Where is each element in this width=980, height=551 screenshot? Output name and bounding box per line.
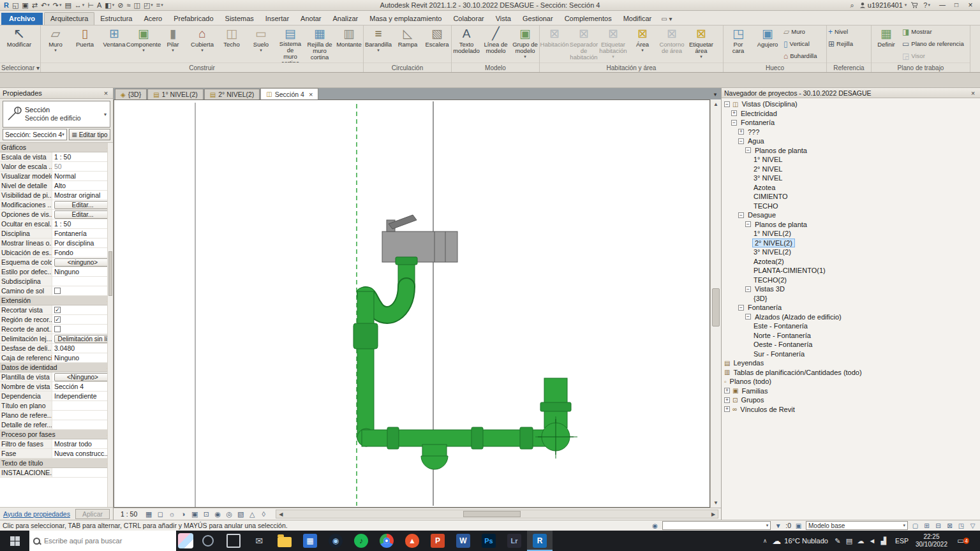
expand-collapse-box[interactable]: − (745, 221, 751, 227)
tree-item[interactable]: 2° NIVEL (722, 165, 980, 174)
tag-room-button[interactable]: ⊠Etiquetar habitación▾ (598, 26, 628, 62)
tree-item[interactable]: TECHO(2) (722, 276, 980, 285)
select-links-icon[interactable]: ⊟ (933, 522, 943, 529)
property-row[interactable]: Recorte de anot... ▲ (0, 325, 113, 334)
wall-button[interactable]: ▱Muro▾ (41, 26, 70, 62)
scrollbar-thumb[interactable] (463, 511, 521, 517)
scrollbar-thumb[interactable] (712, 288, 720, 327)
modify-selection-dropdown[interactable]: ▭ ▾ (661, 15, 672, 25)
property-row[interactable]: Visibilidad de pi... Mostrar original ▲ (0, 191, 113, 200)
cortana-icon[interactable] (195, 531, 221, 551)
property-row[interactable]: Filtro de fases Mostrar todo ▲ (0, 439, 113, 449)
print-icon[interactable]: ▤ (63, 1, 72, 10)
tree-item[interactable]: − Planos de planta (722, 220, 980, 230)
thin-lines-icon[interactable]: ≈ (125, 1, 131, 10)
property-row[interactable]: Región de recor... ▲ (0, 315, 113, 325)
property-row[interactable]: Visualizar modelo Normal ▲ (0, 172, 113, 181)
weather-widget[interactable]: ☁ 16°C Nublado (772, 536, 828, 546)
property-row[interactable]: Esquema de color <ninguno> ▲ (0, 258, 113, 267)
ribbon-tab[interactable]: Archivo (1, 13, 43, 25)
property-row[interactable]: Ocultar en escal... 1 : 50 ▲ (0, 219, 113, 229)
temporary-hide-isolate-icon[interactable]: ◉ (212, 510, 223, 519)
component-button[interactable]: ▣Componente▾ (129, 26, 158, 62)
checkbox[interactable] (54, 316, 61, 323)
tree-item[interactable]: − Agua (722, 136, 980, 146)
press-drag-icon[interactable]: ⊞ (922, 522, 932, 529)
ribbon-tab[interactable]: Complementos (559, 13, 618, 25)
tree-item[interactable]: 1° NIVEL(2) (722, 229, 980, 239)
property-row[interactable]: Texto de título ▲ (0, 459, 113, 468)
roof-button[interactable]: ⌂Cubierta▾ (188, 26, 217, 62)
ribbon-tab[interactable]: Prefabricado (168, 13, 219, 25)
tree-item[interactable]: + Electricidad (722, 109, 980, 119)
tree-item[interactable]: − Fontanería (722, 303, 980, 312)
checkbox[interactable] (54, 307, 61, 313)
model-group-button[interactable]: ▣Grupo de modelo▾ (510, 26, 539, 62)
tree-item[interactable]: − Vistas 3D (722, 284, 980, 294)
property-row[interactable]: Fase Nueva construcc... ▲ (0, 449, 113, 459)
photos-icon[interactable]: ▦ (297, 531, 323, 551)
property-row[interactable]: Disciplina Fontanería ▲ (0, 229, 113, 239)
property-row[interactable]: Valor de escala ... 50 ▲ (0, 162, 113, 172)
wall-opening-button[interactable]: ▱Muro (782, 26, 820, 38)
undo-icon[interactable]: ↶ ▾ (40, 1, 51, 10)
room-button[interactable]: ⊠Habitación (540, 26, 569, 62)
type-selector[interactable]: Sección Sección de edificio ▾ (3, 101, 110, 128)
hidden-icons-chevron[interactable]: ∧ (763, 538, 768, 544)
redo-icon[interactable]: ↷ ▾ (52, 1, 63, 10)
onedrive-icon[interactable]: ☁ (856, 537, 865, 545)
cart-icon[interactable] (910, 2, 918, 8)
property-row[interactable]: Camino de sol ▲ (0, 286, 113, 296)
expand-collapse-box[interactable]: − (745, 314, 751, 320)
minimize-button[interactable]: — (935, 1, 949, 10)
property-row[interactable]: Detalle de refer... ▲ (0, 420, 113, 430)
tree-item[interactable]: Norte - Fontanería (722, 331, 980, 341)
news-widget[interactable] (176, 531, 195, 551)
apply-button[interactable]: Aplicar (75, 509, 110, 519)
property-row[interactable]: Ubicación de es... Fondo ▲ (0, 248, 113, 258)
scroll-down-icon[interactable]: ▼ (713, 498, 718, 508)
window-button[interactable]: ⊞Ventana (100, 26, 129, 62)
instance-selector[interactable]: Sección: Sección 4 ▾ (3, 129, 67, 140)
tree-item[interactable]: − Fontanería (722, 118, 980, 128)
view-tab-list-icon[interactable]: ▾ (709, 91, 721, 99)
tree-item[interactable]: Este - Fontanería (722, 321, 980, 331)
mullion-button[interactable]: ▥Montante (334, 26, 363, 62)
exclude-options-icon[interactable]: ▼ (773, 522, 783, 529)
ribbon-tab[interactable]: Anotar (295, 13, 327, 25)
property-row[interactable]: Recortar vista ▲ (0, 305, 113, 315)
property-row[interactable]: Desfase de deli... 3.0480 ▲ (0, 344, 113, 353)
model-line-button[interactable]: ╱Línea de modelo (481, 26, 510, 62)
property-row[interactable]: INSTALACIONE... ▲ (0, 468, 113, 478)
ribbon-tab[interactable]: Sistemas (219, 13, 260, 25)
view-tab[interactable]: ▤ 2° NIVEL(2) (204, 89, 260, 99)
revit-logo-icon[interactable]: R (3, 1, 10, 10)
reveal-hidden-elements-icon[interactable]: ◎ (224, 510, 234, 519)
powerpoint-icon[interactable]: P (425, 531, 450, 551)
tree-item[interactable]: ▫ Planos (todo) (722, 377, 980, 386)
property-row[interactable]: Mostrar líneas o... Por disciplina ▲ (0, 239, 113, 248)
expand-collapse-box[interactable]: − (738, 138, 744, 144)
vertical-scrollbar[interactable]: ▲ ▼ (710, 99, 721, 508)
property-row[interactable]: Datos de identidad ▲ (0, 363, 113, 372)
tag-area-button[interactable]: ⊠Etiquetar área▾ (687, 26, 716, 62)
ribbon-tab[interactable]: Arquitectura (44, 12, 94, 25)
curtain-grid-button[interactable]: ▦Rejilla de muro cortina (305, 26, 334, 62)
expand-collapse-box[interactable]: − (724, 101, 730, 107)
pen-icon[interactable]: ✎ (833, 537, 842, 545)
photoshop-icon[interactable]: Ps (476, 531, 501, 551)
modify-button[interactable]: ↖Modificar (0, 26, 38, 62)
tree-item[interactable]: ▥ Tablas de planificación/Cantidades (to… (722, 368, 980, 378)
property-row[interactable]: Delimitación lej... Delimitación sin lí … (0, 334, 113, 344)
property-row[interactable]: Nombre de vista Sección 4 ▲ (0, 382, 113, 392)
tree-item[interactable]: Azotea (722, 183, 980, 193)
start-button[interactable] (0, 531, 29, 551)
save-icon[interactable]: ▣ (20, 1, 29, 10)
property-row[interactable]: Extensión ▲ (0, 296, 113, 305)
tree-item[interactable]: 1° NIVEL (722, 155, 980, 165)
scroll-right-icon[interactable]: ▶ (709, 511, 718, 517)
railing-button[interactable]: ≡Barandilla▾ (364, 26, 393, 62)
expand-collapse-box[interactable]: − (731, 120, 737, 126)
properties-help-link[interactable]: Ayuda de propiedades (3, 510, 75, 518)
view-tab[interactable]: ▤ 1° NIVEL(2) (147, 89, 204, 99)
